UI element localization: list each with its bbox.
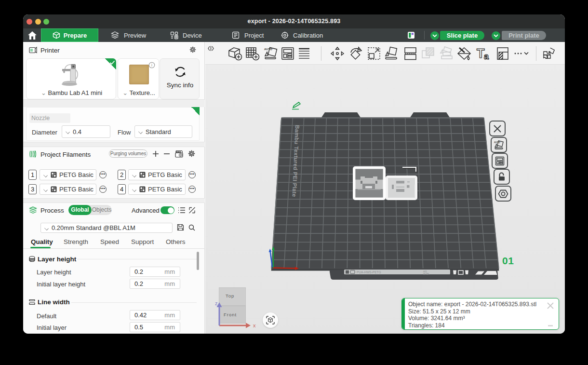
svg-text:AUTO: AUTO [494, 141, 500, 144]
svg-text:x: x [253, 323, 256, 328]
svg-text:PUA-HWS-PETG: PUA-HWS-PETG [357, 270, 381, 274]
svg-text:06-BK: 06-BK [423, 273, 429, 275]
svg-text:i: i [151, 63, 152, 68]
svg-text:01: 01 [502, 255, 514, 266]
svg-text:z: z [215, 300, 218, 306]
